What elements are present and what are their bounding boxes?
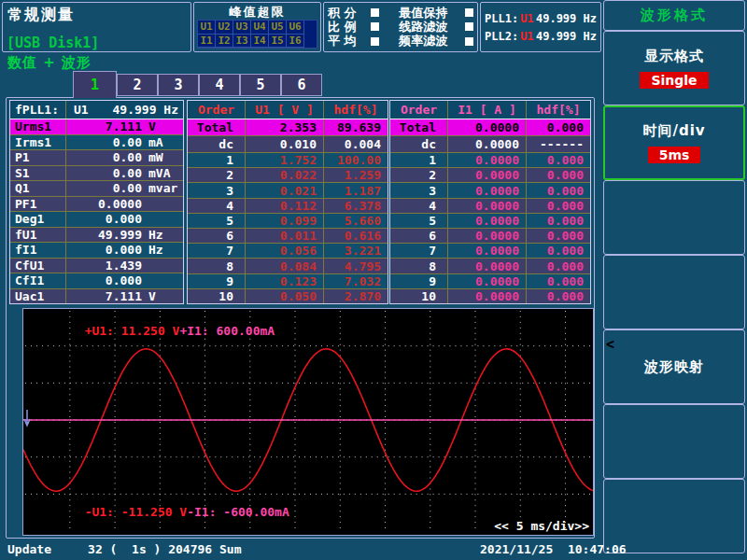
harmonics-row: 6 0.011 0.616	[188, 228, 388, 243]
measurement-name: CfU1	[10, 259, 66, 273]
pll-panel: PLL1: U1 49.999 Hz PLL2: U1 49.999 Hz	[480, 2, 601, 52]
pll-value: 49.999 Hz	[536, 12, 597, 25]
harmonics-row: 5 0.0000 0.000	[390, 213, 590, 228]
peak-channel-i: I2	[216, 35, 233, 49]
peak-channel-u: U3	[233, 21, 251, 35]
measurement-value: 0.000	[66, 243, 142, 257]
page-tab[interactable]: 2	[117, 74, 158, 96]
page-tab[interactable]: 3	[158, 74, 199, 96]
sidebar-items: 显示格式 Single 时间/div 5ms	[603, 31, 745, 553]
measurement-rows: Urms1 7.111 V Irms1 0.00 mA P1 0.00 mW	[10, 119, 183, 303]
measurement-row: CfI1 0.000	[10, 273, 183, 288]
page-tab[interactable]: 4	[199, 74, 240, 96]
measurement-unit: V	[142, 119, 183, 133]
measurement-value: 0.00	[66, 166, 142, 180]
collapse-arrow-icon[interactable]: <	[606, 336, 614, 353]
indicator-right-label: 频率滤波	[387, 33, 459, 49]
measurement-unit: mvar	[142, 181, 183, 195]
sidebar-title: 波形格式	[603, 0, 745, 31]
i1-top-scale: +I1: 600.00mA	[179, 324, 275, 338]
peak-channel-i: I5	[269, 35, 287, 49]
peak-channel-u: U6	[287, 21, 304, 35]
measurement-value: 7.111	[66, 289, 142, 303]
mode-title: 常规测量	[7, 6, 75, 25]
harmonics-u1-header: Order U1 [ V ] hdf[%]	[188, 101, 388, 119]
indicator-row: 比 例 线路滤波	[328, 20, 473, 34]
indicator-panel: 积 分 最值保持 比 例 线路滤波 平 均 频率滤波	[323, 2, 478, 52]
harmonics-row: 9 0.123 7.032	[188, 273, 388, 288]
sidebar-softkey[interactable]	[603, 404, 745, 479]
measurement-value: 0.00	[66, 181, 142, 195]
harmonics-i1-total-row: Total 0.0000 0.000	[390, 119, 590, 136]
harmonics-col-u1: U1 [ V ]	[245, 101, 323, 119]
indicator-checkbox	[371, 22, 379, 31]
indicator-checkbox	[371, 8, 379, 17]
measurement-name: PF1	[10, 197, 66, 212]
measurement-name: Deg1	[10, 212, 66, 227]
harmonics-col-order: Order	[188, 101, 245, 119]
page-tab[interactable]: 6	[281, 74, 322, 96]
measurement-name: S1	[10, 166, 66, 181]
pll-name: PLL1:	[485, 12, 518, 25]
peak-overlimit-title: 峰值超限	[194, 4, 320, 21]
page-tab-label: 6	[297, 77, 305, 93]
sidebar-softkey[interactable]: 时间/div 5ms	[603, 105, 745, 180]
page-tab-label: 5	[256, 77, 264, 93]
sidebar-softkey[interactable]	[603, 255, 745, 329]
view-mode-label: 数值 + 波形	[7, 54, 92, 72]
measurement-row: Irms1 0.00 mA	[10, 134, 183, 150]
measurement-unit: mA	[142, 135, 183, 149]
measurement-row: S1 0.00 mVA	[10, 165, 183, 181]
measurement-row: CfU1 1.439	[10, 258, 183, 273]
harmonics-row: 7 0.056 3.221	[188, 243, 388, 258]
power-analyzer-screen: 常规测量 [USB Disk1] 峰值超限 U1U2U3U4U5U6 I1I2I…	[0, 0, 747, 560]
page-tabs: 1 2 3 4 5 6	[73, 71, 322, 98]
page-tab[interactable]: 1	[73, 71, 117, 98]
page-tab-label: 4	[215, 77, 223, 93]
measurement-value: 0.00	[66, 135, 142, 149]
usb-status: [USB Disk1]	[7, 35, 99, 51]
measurement-row: fU1 49.999 Hz	[10, 227, 183, 243]
sidebar-softkey[interactable]: < 波形映射	[603, 329, 745, 404]
measurement-unit: V	[142, 289, 183, 303]
u1-top-scale: +U1: 11.250 V	[85, 324, 180, 338]
harmonics-row: 3 0.0000 0.000	[390, 182, 590, 197]
measurement-table: fPLL1: U1 49.999 Hz Urms1 7.111 V Irms1 …	[9, 100, 184, 304]
harmonics-i1-header: Order I1 [ A ] hdf[%]	[390, 101, 590, 119]
measurement-name: P1	[10, 150, 66, 165]
harmonics-row: 2 0.022 1.259	[188, 167, 388, 182]
time-per-div-label: << 5 ms/div>>	[494, 519, 589, 533]
harmonics-row: 2 0.0000 0.000	[390, 167, 590, 182]
content-panel: fPLL1: U1 49.999 Hz Urms1 7.111 V Irms1 …	[6, 97, 595, 539]
harmonics-i1-rows: 1 0.0000 0.000 2 0.0000 0.000 3 0.0000 0…	[390, 152, 590, 303]
measurement-unit: mW	[142, 150, 183, 164]
page-tab[interactable]: 5	[240, 74, 281, 96]
pll-source: U1	[520, 30, 533, 43]
page-tab-label: 3	[174, 77, 182, 93]
pll-readout: PLL1: U1 49.999 Hz	[485, 12, 597, 25]
peak-channel-i: I4	[251, 35, 269, 49]
measurement-unit: Hz	[142, 228, 183, 242]
measurement-unit: mVA	[142, 166, 183, 180]
measurement-row: Deg1 0.000	[10, 211, 183, 227]
mode-panel: 常规测量 [USB Disk1]	[2, 2, 191, 52]
harmonics-row: 1 0.0000 0.000	[390, 152, 590, 167]
sidebar-softkey[interactable]	[603, 180, 745, 255]
harmonics-row: 10 0.0000 0.000	[390, 288, 590, 303]
indicator-row: 平 均 频率滤波	[328, 35, 473, 49]
page-tab-label: 1	[91, 77, 99, 93]
measurement-name: Q1	[10, 181, 66, 196]
indicator-checkbox	[465, 37, 473, 46]
u1-bottom-scale: -U1: -11.250 V	[85, 505, 188, 519]
measurement-row: PF1 0.0000	[10, 196, 183, 212]
sidebar-softkey[interactable]: 显示格式 Single	[603, 31, 745, 105]
peak-channel-u: U1	[198, 21, 216, 35]
peak-channel-i: I3	[233, 35, 251, 49]
measurement-row: Uac1 7.111 V	[10, 288, 183, 304]
measurement-row: Urms1 7.111 V	[10, 119, 183, 134]
harmonics-row: 9 0.0000 0.000	[390, 273, 590, 288]
fpll-label: fPLL1:	[10, 101, 66, 119]
peak-channel-u: U4	[251, 21, 269, 35]
harmonics-row: 7 0.0000 0.000	[390, 243, 590, 258]
fpll-value: 49.999 Hz	[113, 103, 183, 117]
